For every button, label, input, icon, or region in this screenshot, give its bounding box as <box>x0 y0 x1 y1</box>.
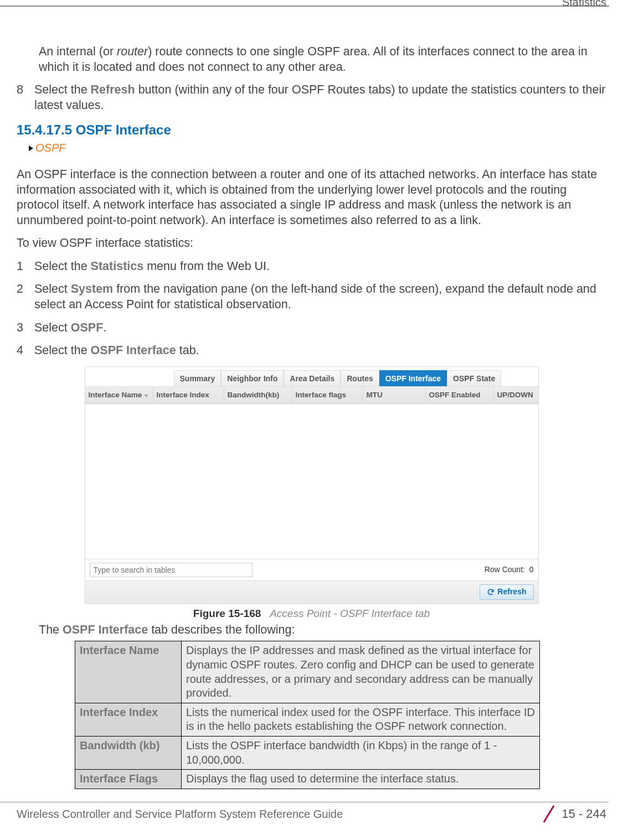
heading-ospf-interface: 15.4.17.5 OSPF Interface <box>17 122 606 139</box>
description-table: Interface Name Displays the IP addresses… <box>75 641 540 789</box>
tab-neighbor-info[interactable]: Neighbor Info <box>221 370 284 387</box>
chevron-right-icon <box>29 146 33 151</box>
text: The <box>39 623 63 636</box>
bold-keyword: OSPF Interface <box>91 344 176 357</box>
field-name: Interface Flags <box>75 770 182 789</box>
tab-ospf-state[interactable]: OSPF State <box>447 370 501 387</box>
figure-caption-text: Access Point - OSPF Interface tab <box>270 608 430 619</box>
field-name: Interface Index <box>75 703 182 736</box>
breadcrumb: OSPF <box>29 141 606 155</box>
col-mtu[interactable]: MTU <box>363 387 426 403</box>
table-row: Interface Flags Displays the flag used t… <box>75 770 540 789</box>
text: Select <box>34 321 71 334</box>
row-count: Row Count: 0 <box>485 565 534 575</box>
field-name: Interface Name <box>75 641 182 703</box>
row-count-value: 0 <box>529 565 534 574</box>
field-desc: Lists the OSPF interface bandwidth (in K… <box>182 737 540 770</box>
tab-bar: Summary Neighbor Info Area Details Route… <box>85 367 538 387</box>
field-name: Bandwidth (kb) <box>75 737 182 770</box>
refresh-button-label: Refresh <box>497 587 526 597</box>
bold-keyword: Statistics <box>91 260 144 273</box>
refresh-button[interactable]: Refresh <box>480 584 533 600</box>
step-number: 4 <box>17 343 34 359</box>
figure-number: Figure 15-168 <box>193 608 261 619</box>
tab-summary[interactable]: Summary <box>174 370 222 387</box>
field-desc: Displays the IP addresses and mask defin… <box>182 641 540 703</box>
text: Select <box>34 282 71 295</box>
table-row: Bandwidth (kb) Lists the OSPF interface … <box>75 737 540 770</box>
column-headers: Interface Name Interface Index Bandwidth… <box>85 387 538 403</box>
step-1: 1 Select the Statistics menu from the We… <box>17 259 606 274</box>
tab-routes[interactable]: Routes <box>341 370 379 387</box>
bold-keyword: OSPF Interface <box>63 623 148 636</box>
step-number: 1 <box>17 259 34 274</box>
step-number: 3 <box>17 320 34 336</box>
step-8: 8 Select the Refresh button (within any … <box>17 82 606 113</box>
text: from the navigation pane (on the left-ha… <box>34 282 596 311</box>
step-2: 2 Select System from the navigation pane… <box>17 282 606 312</box>
tab-ospf-interface[interactable]: OSPF Interface <box>379 370 447 387</box>
figure-caption: Figure 15-168 Access Point - OSPF Interf… <box>85 607 539 620</box>
col-interface-flags[interactable]: Interface flags <box>292 387 363 403</box>
search-input[interactable] <box>90 563 253 577</box>
col-ospf-enabled[interactable]: OSPF Enabled <box>426 387 494 403</box>
table-row: Interface Index Lists the numerical inde… <box>75 703 540 736</box>
text: Select the <box>34 344 91 357</box>
step-number: 8 <box>17 82 34 113</box>
text: Select the <box>34 260 91 273</box>
footer-page: 15 - 244 <box>540 805 606 823</box>
ospf-interface-screenshot: Summary Neighbor Info Area Details Route… <box>85 366 539 604</box>
refresh-icon <box>487 588 495 596</box>
text: . <box>103 321 106 334</box>
step-3: 3 Select OSPF. <box>17 320 606 336</box>
text: menu from the Web UI. <box>143 260 270 273</box>
intro-paragraph: An internal (or router) route connects t… <box>17 44 606 75</box>
col-up-down[interactable]: UP/DOWN <box>494 387 538 403</box>
table-row: Interface Name Displays the IP addresses… <box>75 641 540 703</box>
step-number: 2 <box>17 282 34 312</box>
field-desc: Lists the numerical index used for the O… <box>182 703 540 736</box>
col-interface-name[interactable]: Interface Name <box>85 387 153 403</box>
col-bandwidth[interactable]: Bandwidth(kb) <box>224 387 292 403</box>
bold-keyword: System <box>71 282 114 295</box>
refresh-keyword: Refresh <box>91 83 135 96</box>
grid-body-empty <box>85 404 538 559</box>
tab-area-details[interactable]: Area Details <box>284 370 341 387</box>
step-4: 4 Select the OSPF Interface tab. <box>17 343 606 359</box>
bold-keyword: OSPF <box>71 321 104 334</box>
breadcrumb-text: OSPF <box>35 142 65 154</box>
paragraph: To view OSPF interface statistics: <box>17 236 606 251</box>
footer-title: Wireless Controller and Service Platform… <box>17 808 343 821</box>
col-interface-index[interactable]: Interface Index <box>153 387 224 403</box>
row-count-label: Row Count: <box>485 565 525 574</box>
text: Select the <box>34 83 91 96</box>
svg-line-0 <box>544 806 554 822</box>
field-desc: Displays the flag used to determine the … <box>182 770 540 789</box>
text: tab describes the following: <box>148 623 295 636</box>
page-number: 15 - 244 <box>562 807 606 821</box>
desc-intro: The OSPF Interface tab describes the fol… <box>39 623 606 638</box>
text: tab. <box>176 344 199 357</box>
slash-icon <box>540 805 557 823</box>
paragraph: An OSPF interface is the connection betw… <box>17 167 606 228</box>
section-label: Statistics <box>562 0 606 9</box>
